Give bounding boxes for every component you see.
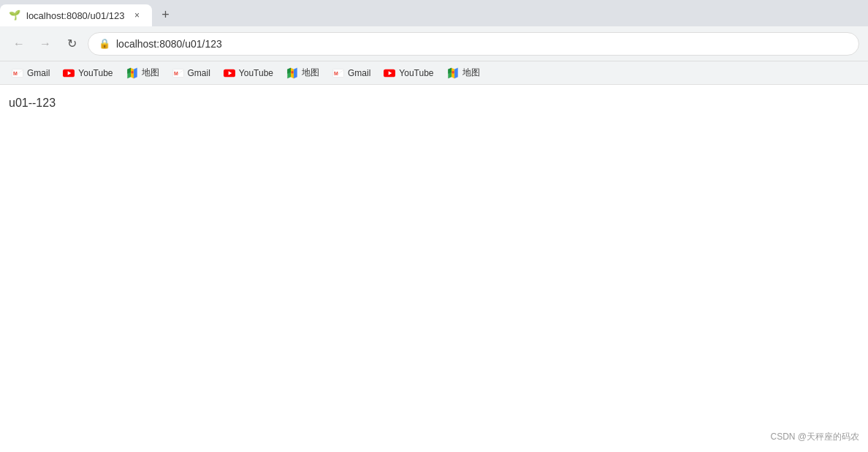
bookmark-item-youtube2[interactable]: YouTube — [218, 65, 279, 81]
tab-bar: 🌱 localhost:8080/u01/123 × + — [0, 0, 868, 26]
forward-button[interactable]: → — [35, 34, 56, 54]
address-bar: ← → ↻ 🔒 localhost:8080/u01/123 — [0, 26, 868, 61]
bookmark-item-maps2[interactable]: 地图 — [281, 64, 325, 81]
svg-text:M: M — [174, 71, 178, 76]
bookmark-label: YouTube — [399, 68, 433, 78]
bookmark-item-maps3[interactable]: 地图 — [441, 64, 486, 81]
bookmark-label: Gmail — [348, 68, 370, 78]
svg-text:M: M — [334, 71, 338, 76]
bookmark-item-youtube1[interactable]: YouTube — [57, 65, 118, 81]
bookmark-label: Gmail — [188, 68, 210, 78]
bookmark-label: YouTube — [78, 68, 113, 78]
bookmark-item-gmail3[interactable]: M Gmail — [327, 65, 376, 81]
bookmark-item-gmail1[interactable]: M Gmail — [6, 65, 56, 81]
svg-marker-27 — [454, 67, 458, 78]
back-button[interactable]: ← — [9, 34, 29, 54]
bookmark-label: 地图 — [462, 67, 480, 79]
bookmark-item-youtube3[interactable]: YouTube — [378, 65, 439, 81]
active-tab[interactable]: 🌱 localhost:8080/u01/123 × — [0, 4, 152, 26]
bookmark-label: Gmail — [27, 68, 50, 78]
main-text: u01--123 — [9, 97, 56, 109]
gmail-icon: M — [332, 67, 344, 79]
maps-icon — [126, 67, 138, 79]
svg-marker-7 — [134, 67, 137, 78]
maps-icon — [286, 67, 298, 79]
bookmark-label: YouTube — [239, 68, 273, 78]
youtube-icon — [224, 67, 235, 79]
new-tab-button[interactable]: + — [155, 4, 175, 25]
bookmark-item-gmail2[interactable]: M Gmail — [167, 65, 216, 81]
maps-icon — [447, 67, 459, 79]
tab-favicon: 🌱 — [9, 10, 20, 21]
url-text: localhost:8080/u01/123 — [116, 38, 222, 50]
gmail-icon: M — [172, 67, 184, 79]
svg-text:M: M — [13, 71, 18, 76]
page-content: u01--123 — [0, 85, 868, 121]
address-input[interactable]: 🔒 localhost:8080/u01/123 — [88, 32, 859, 56]
youtube-icon — [384, 67, 395, 79]
bookmarks-bar: M Gmail YouTube 地图 M Gmail YouTube — [0, 61, 868, 85]
reload-button[interactable]: ↻ — [61, 34, 82, 54]
secure-icon: 🔒 — [99, 38, 110, 49]
bookmark-label: 地图 — [302, 67, 319, 79]
tab-title: localhost:8080/u01/123 — [26, 10, 124, 21]
tab-close-button[interactable]: × — [130, 9, 143, 22]
gmail-icon: M — [12, 67, 23, 79]
svg-marker-17 — [294, 67, 297, 78]
bookmark-label: 地图 — [142, 67, 159, 79]
youtube-icon — [63, 67, 75, 79]
bookmark-item-maps1[interactable]: 地图 — [121, 64, 165, 81]
